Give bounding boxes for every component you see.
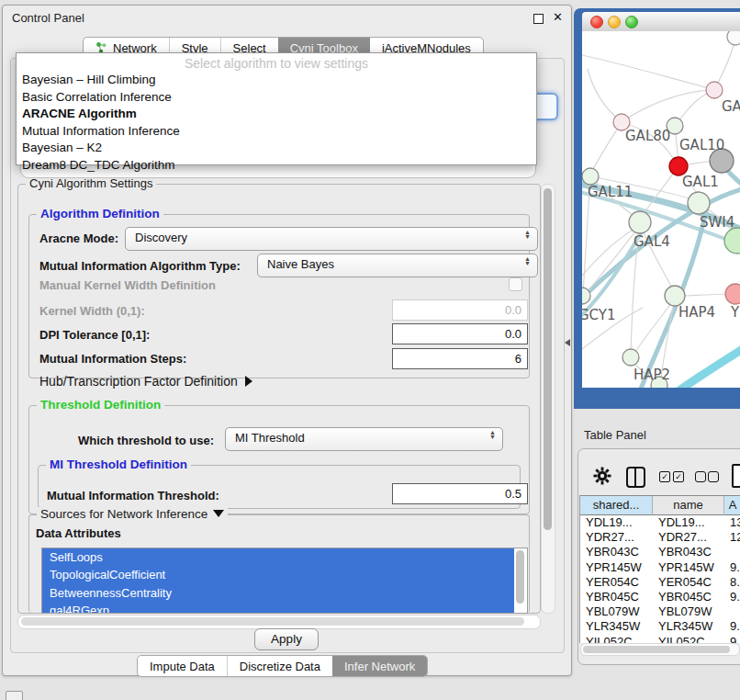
table-cell: YIL052C — [586, 635, 652, 643]
column-header-2[interactable]: name — [653, 496, 724, 515]
attribute-item-selected[interactable]: SelfLoops — [42, 548, 514, 566]
table-row[interactable]: YIL052CYIL052C9 — [580, 635, 740, 643]
kernel-width-field[interactable]: 0.0 — [392, 299, 528, 321]
data-attributes-label: Data Attributes — [36, 526, 121, 540]
tab-infer-network[interactable]: Infer Network — [332, 656, 427, 676]
table-row[interactable]: YDR27...YDR27...12 — [580, 530, 740, 545]
mi-algorithm-type-select[interactable]: Naive Bayes ▲▼ — [257, 254, 538, 277]
which-threshold-select[interactable]: MI Threshold ▲▼ — [225, 427, 503, 451]
dpi-tolerance-field[interactable]: 0.0 — [392, 323, 528, 344]
sources-title-label: Sources for Network Inference — [40, 507, 207, 521]
close-traffic-light-icon[interactable] — [590, 16, 603, 28]
unchecked-checkbox-icon[interactable] — [708, 471, 719, 482]
table-row[interactable]: YPR145WYPR145W9. — [580, 560, 740, 575]
table-cell: YIL052C — [658, 635, 723, 643]
table-row[interactable]: YBL079WYBL079W — [580, 604, 740, 619]
tab-label: Discretize Data — [240, 660, 320, 673]
node-table[interactable]: shared...nameAYDL19...YDL19...13YDR27...… — [579, 495, 740, 643]
checked-checkbox-icon[interactable]: ✓ — [673, 471, 684, 482]
node-label: HAP4 — [678, 304, 715, 321]
settings-vertical-scrollbar[interactable] — [541, 184, 555, 614]
network-node[interactable] — [688, 192, 710, 214]
network-node[interactable] — [669, 157, 688, 175]
algorithm-option[interactable]: Bayesian – K2 — [17, 140, 536, 157]
network-window-titlebar[interactable] — [582, 12, 740, 32]
algorithm-option[interactable]: Dream8 DC_TDC Algorithm — [17, 157, 536, 175]
table-cell: YLR345W — [586, 619, 652, 634]
column-header-3[interactable]: A — [724, 496, 740, 515]
control-panel-titlebar: Control Panel ✕ — [3, 6, 571, 29]
float-window-icon[interactable] — [533, 14, 544, 24]
network-edge[interactable] — [588, 69, 622, 122]
minimize-traffic-light-icon[interactable] — [608, 16, 621, 28]
network-edge[interactable] — [622, 90, 714, 122]
network-node[interactable] — [665, 286, 685, 306]
node-label: GAL11 — [588, 184, 633, 200]
apply-button[interactable]: Apply — [254, 628, 319, 650]
unchecked-checkbox-icon[interactable] — [695, 471, 706, 482]
table-cell: 9. — [730, 560, 740, 575]
network-node[interactable] — [727, 31, 740, 45]
which-threshold-value: MI Threshold — [235, 431, 305, 445]
zoom-traffic-light-icon[interactable] — [625, 16, 638, 28]
table-row[interactable]: YER054CYER054C8. — [580, 575, 740, 590]
table-cell: YDR27... — [586, 530, 652, 545]
tab-impute-data[interactable]: Impute Data — [138, 656, 227, 676]
table-cell: 12 — [730, 530, 740, 545]
minimized-panel-icon[interactable] — [6, 691, 23, 700]
table-row[interactable]: YBR043CYBR043C — [580, 545, 740, 559]
node-label: HAP2 — [633, 367, 670, 383]
column-header-1[interactable]: shared... — [580, 496, 653, 515]
checked-checkbox-icon[interactable]: ✓ — [659, 471, 670, 482]
table-cell: YLR345W — [658, 619, 723, 634]
network-node[interactable] — [706, 82, 723, 98]
network-edge[interactable] — [684, 294, 732, 296]
table-row[interactable]: YLR345WYLR345W9. — [580, 619, 740, 634]
node-label: GAL80 — [625, 128, 670, 144]
close-icon[interactable]: ✕ — [553, 10, 563, 24]
tab-discretize-data[interactable]: Discretize Data — [227, 656, 332, 676]
table-row[interactable]: YBR045CYBR045C9. — [580, 590, 740, 604]
network-node[interactable] — [724, 228, 740, 254]
table-cell: 9 — [730, 635, 740, 643]
node-label: GCY1 — [582, 307, 616, 323]
network-edge[interactable] — [584, 225, 640, 296]
hub-transcription-factor-expander[interactable]: Hub/Transcription Factor Definition — [39, 374, 252, 389]
table-row[interactable]: YDL19...YDL19...13 — [580, 515, 740, 530]
network-edge[interactable] — [590, 122, 622, 175]
mi-steps-label: Mutual Information Steps: — [39, 352, 186, 366]
algorithm-option[interactable]: Mutual Information Inference — [17, 123, 536, 141]
attribute-item-selected[interactable]: TopologicalCoefficient — [42, 566, 514, 583]
network-canvas[interactable]: GALGAL80GAL10GAL1GAL11SWI4GAL4GCY1HAP4YH… — [582, 31, 740, 388]
mi-threshold-field[interactable]: 0.5 — [392, 483, 528, 504]
network-edge[interactable] — [582, 55, 709, 88]
table-cell: YBR045C — [586, 590, 652, 604]
data-attributes-list[interactable]: SelfLoopsTopologicalCoefficientBetweenne… — [41, 548, 528, 614]
aracne-mode-select[interactable]: Discovery ▲▼ — [125, 227, 538, 251]
algorithm-dropdown-list: Select algorithm to view settings Bayesi… — [16, 52, 537, 165]
list-scrollbar[interactable] — [514, 548, 526, 611]
collapse-down-triangle-icon — [213, 510, 224, 517]
gear-icon[interactable] — [593, 467, 611, 485]
attribute-item-selected[interactable]: gal4RGexp — [42, 602, 514, 614]
algorithm-option[interactable]: Basic Correlation Inference — [17, 89, 536, 107]
settings-horizontal-scrollbar[interactable] — [17, 615, 541, 629]
mi-steps-field[interactable]: 6 — [392, 348, 528, 369]
algorithm-option[interactable]: ARACNE Algorithm — [17, 106, 536, 123]
expand-right-triangle-icon — [245, 376, 252, 387]
table-horizontal-scrollbar[interactable] — [580, 643, 740, 656]
attribute-item-selected[interactable]: BetweennessCentrality — [42, 584, 514, 602]
network-node[interactable] — [582, 168, 599, 185]
network-node[interactable] — [629, 211, 651, 233]
algorithm-option[interactable]: Bayesian – Hill Climbing — [17, 72, 536, 89]
sources-title[interactable]: Sources for Network Inference — [37, 507, 228, 521]
tab-label: Infer Network — [344, 660, 415, 673]
threshold-definition-title: Threshold Definition — [37, 398, 164, 412]
network-edge[interactable] — [673, 347, 740, 388]
manual-kernel-width-checkbox[interactable] — [509, 277, 522, 291]
document-icon[interactable] — [732, 464, 740, 488]
node-label: GAL10 — [679, 137, 724, 153]
network-node[interactable] — [622, 349, 639, 366]
split-columns-icon[interactable] — [626, 467, 645, 488]
network-node[interactable] — [725, 284, 740, 304]
